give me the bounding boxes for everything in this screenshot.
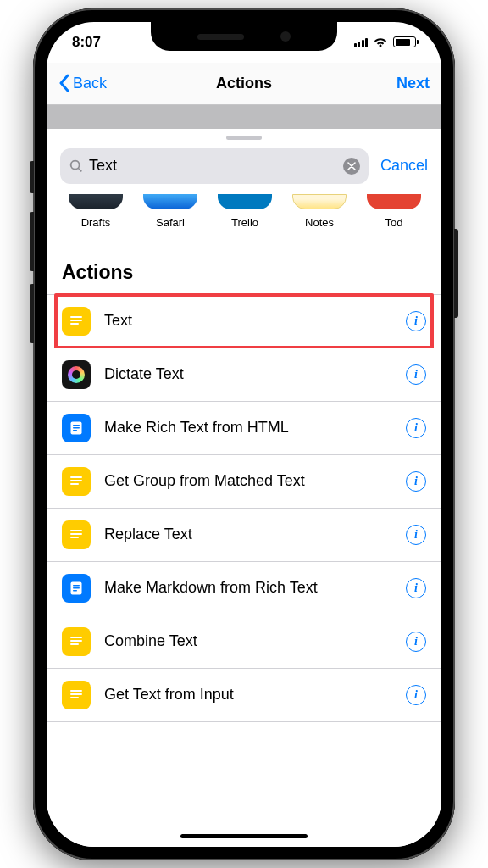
app-label: Notes <box>305 216 334 229</box>
svg-rect-1 <box>70 320 82 321</box>
action-icon <box>62 307 91 336</box>
action-icon <box>62 681 91 709</box>
apps-row[interactable]: DraftsSafariTrelloNotesTod <box>47 194 441 241</box>
svg-rect-5 <box>73 427 80 429</box>
info-button[interactable]: i <box>406 685 426 705</box>
svg-rect-6 <box>73 430 77 431</box>
action-icon <box>62 627 91 656</box>
next-button[interactable]: Next <box>396 75 430 92</box>
action-label: Get Group from Matched Text <box>104 472 406 490</box>
svg-rect-8 <box>70 480 82 481</box>
app-icon <box>367 194 421 209</box>
app-tod[interactable]: Tod <box>357 194 431 229</box>
app-icon <box>218 194 272 209</box>
svg-rect-7 <box>70 476 82 478</box>
action-label: Get Text from Input <box>104 686 406 704</box>
action-icon <box>62 414 91 442</box>
info-button[interactable]: i <box>406 632 426 652</box>
info-button[interactable]: i <box>406 311 426 331</box>
svg-rect-0 <box>70 316 82 318</box>
action-label: Dictate Text <box>104 365 406 383</box>
svg-rect-17 <box>70 637 82 638</box>
clear-search-button[interactable] <box>343 158 360 175</box>
svg-rect-19 <box>70 643 79 645</box>
action-row[interactable]: Get Text from Inputi <box>47 669 441 722</box>
info-button[interactable]: i <box>406 578 426 598</box>
battery-icon <box>393 36 416 47</box>
back-button[interactable]: Back <box>58 74 107 92</box>
svg-rect-12 <box>70 537 79 538</box>
svg-rect-21 <box>70 693 82 695</box>
search-input[interactable] <box>84 157 343 175</box>
phone-frame: 8:07 Back Actions Next <box>33 8 455 860</box>
svg-rect-18 <box>70 640 82 642</box>
action-row[interactable]: Replace Texti <box>47 509 441 562</box>
status-time: 8:07 <box>72 34 101 51</box>
app-safari[interactable]: Safari <box>133 194 208 229</box>
screen: 8:07 Back Actions Next <box>47 22 441 847</box>
action-row[interactable]: Combine Texti <box>47 615 441 669</box>
sheet-backdrop <box>47 105 441 129</box>
app-label: Trello <box>231 216 258 229</box>
info-button[interactable]: i <box>406 525 426 545</box>
app-icon <box>292 194 347 209</box>
action-label: Text <box>104 312 406 330</box>
search-icon <box>69 159 84 174</box>
action-icon <box>62 467 91 496</box>
action-row[interactable]: Dictate Texti <box>47 348 441 402</box>
action-icon <box>62 574 91 603</box>
svg-rect-15 <box>73 587 80 589</box>
app-trello[interactable]: Trello <box>208 194 282 229</box>
app-icon <box>69 194 123 209</box>
back-label: Back <box>73 75 107 92</box>
wifi-icon <box>373 36 388 47</box>
app-label: Safari <box>156 216 185 229</box>
svg-rect-11 <box>70 533 82 535</box>
home-indicator[interactable] <box>180 834 308 838</box>
action-label: Replace Text <box>104 526 406 543</box>
action-label: Make Markdown from Rich Text <box>104 579 406 597</box>
action-label: Make Rich Text from HTML <box>104 419 406 437</box>
action-icon <box>62 360 91 389</box>
svg-rect-9 <box>70 483 79 485</box>
search-sheet: Cancel DraftsSafariTrelloNotesTod Action… <box>47 129 441 847</box>
app-drafts[interactable]: Drafts <box>58 194 133 229</box>
notch <box>151 22 337 51</box>
svg-rect-2 <box>70 323 79 325</box>
svg-rect-16 <box>73 590 77 592</box>
action-row[interactable]: Make Markdown from Rich Texti <box>47 562 441 615</box>
cellular-icon <box>354 37 369 47</box>
app-label: Drafts <box>81 216 111 229</box>
app-label: Tod <box>385 216 403 229</box>
nav-bar: Back Actions Next <box>47 63 441 105</box>
app-icon <box>143 194 197 209</box>
action-row[interactable]: Make Rich Text from HTMLi <box>47 402 441 455</box>
svg-rect-20 <box>70 690 82 692</box>
info-button[interactable]: i <box>406 418 426 438</box>
action-row[interactable]: Texti <box>47 295 441 348</box>
svg-rect-14 <box>73 585 80 587</box>
search-field[interactable] <box>60 148 369 184</box>
cancel-button[interactable]: Cancel <box>380 157 428 175</box>
svg-rect-4 <box>73 425 80 426</box>
chevron-left-icon <box>58 74 69 92</box>
info-button[interactable]: i <box>406 471 426 492</box>
close-icon <box>347 162 356 170</box>
info-button[interactable]: i <box>406 364 426 385</box>
action-icon <box>62 520 91 549</box>
section-title: Actions <box>47 241 441 294</box>
app-notes[interactable]: Notes <box>282 194 357 229</box>
action-list[interactable]: TextiDictate TextiMake Rich Text from HT… <box>47 294 441 722</box>
action-label: Combine Text <box>104 632 406 650</box>
svg-rect-22 <box>70 697 79 698</box>
action-row[interactable]: Get Group from Matched Texti <box>47 455 441 509</box>
svg-rect-10 <box>70 530 82 531</box>
page-title: Actions <box>216 75 272 92</box>
